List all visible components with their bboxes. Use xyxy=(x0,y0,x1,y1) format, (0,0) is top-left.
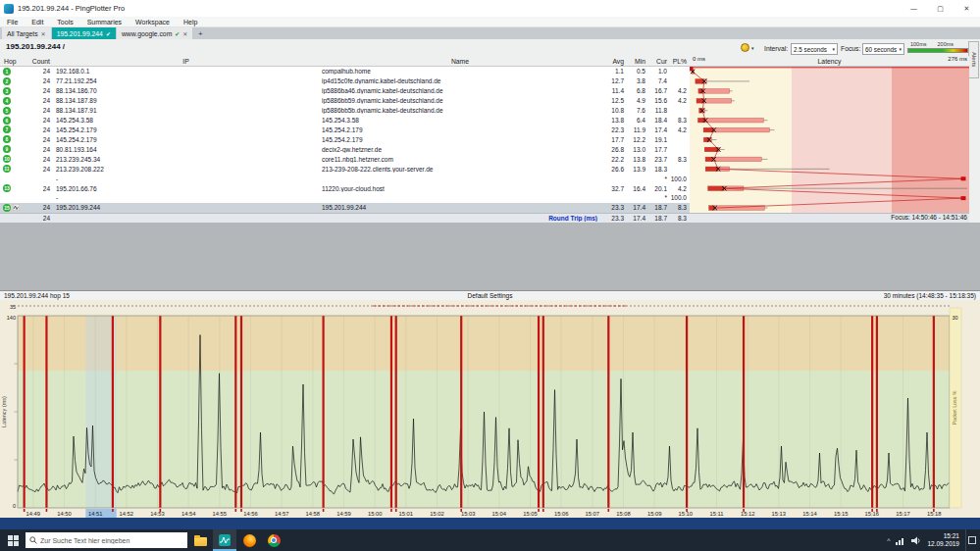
avg-cell: 12.5 xyxy=(601,97,627,104)
close-tab-icon[interactable]: ✕ xyxy=(182,30,187,37)
hop-cell: 3 xyxy=(0,87,26,95)
close-button[interactable]: ✕ xyxy=(954,0,980,17)
maximize-button[interactable]: ▢ xyxy=(927,0,954,17)
latency-graph-column[interactable] xyxy=(690,67,969,213)
avg-header[interactable]: Avg xyxy=(601,58,627,65)
interval-select[interactable]: 2.5 seconds ▾ xyxy=(791,43,838,55)
hop-header[interactable]: Hop xyxy=(0,58,26,65)
hop-badge: 9 xyxy=(3,145,11,153)
rt-avg-cell: 23.3 xyxy=(601,215,627,222)
new-tab-button[interactable]: + xyxy=(193,27,207,39)
count-header[interactable]: Count xyxy=(26,58,53,65)
hop-badge: 5 xyxy=(3,107,11,115)
hop-badge: 7 xyxy=(3,125,11,133)
latency-header[interactable]: Latency xyxy=(690,58,969,65)
cur-cell: 15.6 xyxy=(648,97,670,104)
svg-text:15:11: 15:11 xyxy=(709,511,723,517)
target-address-title: 195.201.99.244 / xyxy=(6,42,65,51)
cur-cell: 23.7 xyxy=(648,156,670,163)
menu-edit[interactable]: Edit xyxy=(25,19,50,25)
name-cell: 145.254.3.58 xyxy=(319,117,601,124)
network-icon[interactable] xyxy=(896,536,905,545)
hop-cell: 1 xyxy=(0,68,26,75)
tab-195-201-99-244[interactable]: 195.201.99.244✔ xyxy=(52,27,116,39)
latency-scale-min: 0 ms xyxy=(693,56,705,62)
cur-header[interactable]: Cur xyxy=(648,58,670,65)
alerts-side-tab[interactable]: Alerts xyxy=(968,41,979,78)
focus-value: 60 seconds xyxy=(865,46,897,53)
round-trip-label: Round Trip (ms) xyxy=(319,215,601,222)
loss-header[interactable]: PL% xyxy=(670,58,690,65)
cur-cell: 11.8 xyxy=(648,107,670,114)
firefox-taskbar-button[interactable] xyxy=(237,529,261,551)
hop-badge: 3 xyxy=(3,87,11,95)
tray-expand-chevron-icon[interactable]: ^ xyxy=(887,537,890,544)
hop-cell: 2 xyxy=(0,77,26,85)
timeline-settings-label[interactable]: Default Settings xyxy=(0,292,980,299)
hop-cell: 5 xyxy=(0,107,26,115)
taskbar-clock[interactable]: 15:21 12.09.2019 xyxy=(927,532,959,549)
count-cell: 24 xyxy=(26,107,53,114)
volume-icon[interactable] xyxy=(911,536,921,545)
taskbar-search[interactable] xyxy=(26,532,187,548)
menu-summaries[interactable]: Summaries xyxy=(80,19,129,25)
min-cell: 6.4 xyxy=(627,117,648,124)
pingplotter-icon xyxy=(219,534,231,546)
minimize-button[interactable]: — xyxy=(901,0,927,17)
close-tab-icon[interactable]: ✕ xyxy=(41,30,46,37)
svg-text:14:56: 14:56 xyxy=(243,511,258,517)
pingplotter-taskbar-button[interactable] xyxy=(213,529,236,551)
ip-header[interactable]: IP xyxy=(53,58,319,65)
hop-badge: 13 xyxy=(3,184,11,192)
cur-cell: * xyxy=(648,194,670,201)
rt-min-cell: 17.4 xyxy=(627,215,648,222)
svg-text:14:59: 14:59 xyxy=(336,511,351,517)
ip-cell: 195.201.99.244 xyxy=(53,204,319,211)
min-cell: 13.8 xyxy=(627,156,648,163)
menu-file[interactable]: File xyxy=(0,19,25,25)
cur-cell: 1.0 xyxy=(648,68,670,75)
svg-text:15:06: 15:06 xyxy=(554,511,569,517)
notification-center-button[interactable] xyxy=(965,529,977,551)
ip-cell: 213.239.245.34 xyxy=(53,156,319,163)
clock-date: 12.09.2019 xyxy=(927,540,959,548)
tab-www-google-com[interactable]: www.google.com✔✕ xyxy=(117,27,192,39)
menu-workspace[interactable]: Workspace xyxy=(129,19,177,25)
svg-text:14:52: 14:52 xyxy=(120,511,134,517)
min-cell: 3.8 xyxy=(627,77,648,84)
explorer-taskbar-button[interactable] xyxy=(188,529,212,551)
svg-text:15:12: 15:12 xyxy=(741,511,755,517)
tab-all-targets[interactable]: All Targets✕ xyxy=(2,27,51,39)
min-header[interactable]: Min xyxy=(627,58,648,65)
search-input[interactable] xyxy=(40,537,173,544)
name-cell: 213-239-208-222.clients.your-server.de xyxy=(319,166,601,173)
timeline-graph[interactable]: 14:4914:5014:5114:5214:5314:5414:5514:56… xyxy=(0,300,980,518)
timeline-range-label[interactable]: 30 minutes (14:48:35 - 15:18:35) xyxy=(884,292,976,299)
interval-value: 2.5 seconds xyxy=(794,46,827,53)
check-icon: ✔ xyxy=(106,30,111,37)
start-button[interactable] xyxy=(0,529,26,551)
count-cell: 24 xyxy=(26,77,53,84)
loss-cell: 100.0 xyxy=(670,175,690,182)
min-cell: 16.4 xyxy=(627,185,648,192)
focus-label: Focus: xyxy=(841,45,860,52)
ip-cell: 145.254.2.179 xyxy=(53,136,319,143)
chrome-taskbar-button[interactable] xyxy=(262,529,285,551)
menu-help[interactable]: Help xyxy=(177,19,204,25)
name-header[interactable]: Name xyxy=(319,58,601,65)
cur-cell: 18.7 xyxy=(648,204,670,211)
avg-cell: 11.4 xyxy=(601,87,627,94)
svg-text:15:04: 15:04 xyxy=(492,511,507,517)
min-cell: 12.2 xyxy=(627,136,648,143)
titlebar[interactable]: 195.201.99.244 - PingPlotter Pro — ▢ ✕ xyxy=(0,0,980,17)
chevron-down-icon: ▾ xyxy=(899,46,902,52)
avg-cell: 23.3 xyxy=(601,204,627,211)
loss-cell: 8.3 xyxy=(670,117,690,124)
name-cell: ip4d15c0fe.dynamic.kabel-deutschland.de xyxy=(319,77,601,84)
focus-select[interactable]: 60 seconds ▾ xyxy=(862,43,904,55)
menubar: FileEditToolsSummariesWorkspaceHelp xyxy=(0,17,980,27)
clock-time: 15:21 xyxy=(927,532,959,540)
focus-range-label: Focus: 14:50:46 - 14:51:46 xyxy=(891,214,967,221)
alert-indicator-button[interactable]: ▾ xyxy=(741,43,754,52)
menu-tools[interactable]: Tools xyxy=(50,19,79,25)
